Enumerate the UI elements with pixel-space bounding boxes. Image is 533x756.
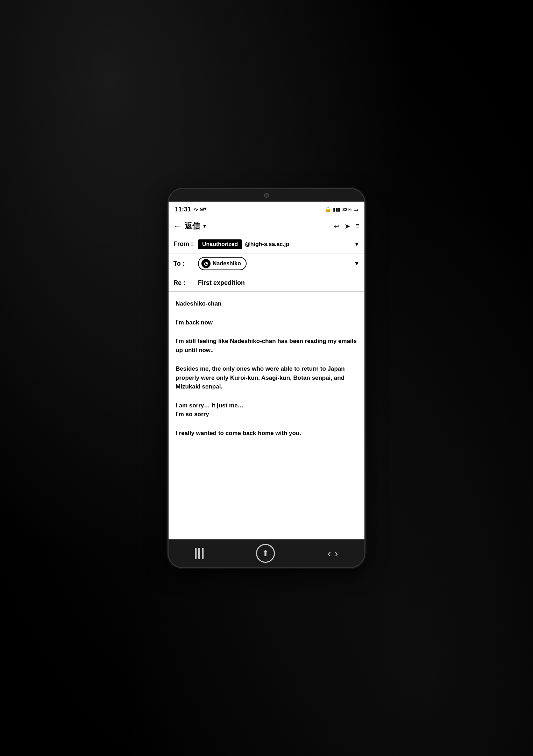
status-bar: 11:31 ∿ ✉ᵑ 🔒 ▮▮▮ 32% ▭ bbox=[169, 202, 364, 217]
signal-icon: ▮▮▮ bbox=[333, 206, 340, 212]
back-nav-button[interactable]: ‹ bbox=[328, 547, 331, 559]
status-right: 🔒 ▮▮▮ 32% ▭ bbox=[325, 206, 358, 212]
toolbar-right: ↩ ➤ ≡ bbox=[334, 222, 360, 230]
battery-icon: ▭ bbox=[354, 206, 358, 212]
avatar-icon: ◔ bbox=[204, 261, 208, 266]
status-left: 11:31 ∿ ✉ᵑ bbox=[175, 206, 206, 213]
body-line-1: Nadeshiko-chan bbox=[176, 299, 357, 308]
toolbar-title: 返信 bbox=[185, 221, 200, 231]
email-body[interactable]: Nadeshiko-chan I'm back now I'm still fe… bbox=[169, 292, 364, 539]
from-row: From : Unauthorized @high-s.sa.ac.jp ▼ bbox=[169, 235, 364, 253]
home-button[interactable]: ⬆ bbox=[256, 544, 275, 563]
email-fields: From : Unauthorized @high-s.sa.ac.jp ▼ T… bbox=[169, 235, 364, 292]
nav-back-forward: ‹ › bbox=[328, 547, 338, 559]
subject-row: Re : First expedition bbox=[169, 274, 364, 292]
mail-icon: ✉ᵑ bbox=[200, 206, 206, 212]
from-label: From : bbox=[173, 240, 198, 248]
from-dropdown-arrow[interactable]: ▼ bbox=[354, 241, 360, 247]
send-icon[interactable]: ➤ bbox=[344, 222, 350, 230]
to-name: Nadeshiko bbox=[213, 260, 241, 267]
phone-device: 11:31 ∿ ✉ᵑ 🔒 ▮▮▮ 32% ▭ ← 返信 ▼ ↩ ➤ ≡ From… bbox=[169, 189, 364, 567]
back-button[interactable]: ← bbox=[173, 222, 181, 231]
lock-icon: 🔒 bbox=[325, 206, 331, 212]
from-email: @high-s.sa.ac.jp bbox=[245, 241, 289, 247]
undo-icon[interactable]: ↩ bbox=[334, 222, 340, 230]
re-subject: First expedition bbox=[198, 279, 245, 287]
body-line-2: I'm back now bbox=[176, 318, 357, 327]
re-label: Re : bbox=[173, 279, 198, 287]
toolbar-dropdown-arrow[interactable]: ▼ bbox=[202, 223, 207, 229]
body-line-6: I really wanted to come back home with y… bbox=[176, 429, 357, 438]
body-line-5: I am sorry… It just me… I'm so sorry bbox=[176, 401, 357, 419]
menu-button[interactable] bbox=[195, 548, 204, 559]
nav-line-2 bbox=[198, 548, 200, 559]
from-badge: Unauthorized bbox=[198, 239, 242, 249]
to-label: To : bbox=[173, 260, 198, 267]
status-icons: ∿ ✉ᵑ bbox=[194, 206, 206, 212]
to-recipient-pill[interactable]: ◔ Nadeshiko bbox=[198, 257, 247, 270]
body-line-4: Besides me, the only ones who were able … bbox=[176, 364, 357, 391]
nav-line-3 bbox=[202, 548, 204, 559]
toolbar: ← 返信 ▼ ↩ ➤ ≡ bbox=[169, 217, 364, 235]
to-dropdown-arrow[interactable]: ▼ bbox=[354, 260, 360, 267]
nav-line-1 bbox=[195, 548, 197, 559]
bottom-nav: ⬆ ‹ › bbox=[169, 539, 364, 567]
home-icon: ⬆ bbox=[262, 548, 269, 558]
camera-dot bbox=[264, 193, 269, 198]
to-avatar: ◔ bbox=[201, 259, 211, 268]
body-line-3: I'm still feeling like Nadeshiko-chan ha… bbox=[176, 337, 357, 355]
phone-top-bar bbox=[169, 189, 364, 202]
wifi-icon: ∿ bbox=[194, 206, 198, 212]
to-row: To : ◔ Nadeshiko ▼ bbox=[169, 253, 364, 274]
status-time: 11:31 bbox=[175, 206, 191, 213]
battery-percent: 32% bbox=[342, 207, 351, 212]
menu-icon[interactable]: ≡ bbox=[355, 222, 360, 230]
forward-nav-button[interactable]: › bbox=[335, 547, 338, 559]
